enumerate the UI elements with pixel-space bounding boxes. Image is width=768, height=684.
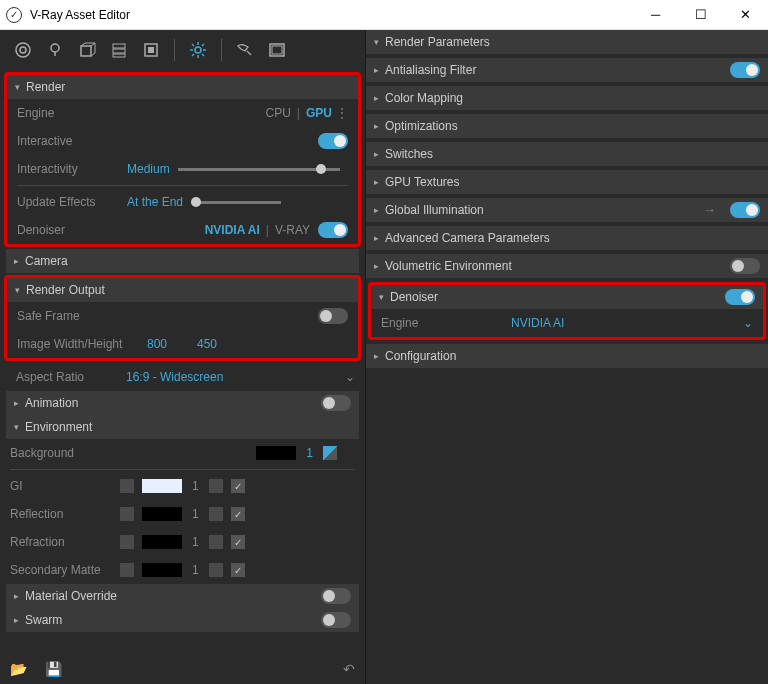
background-label: Background [10, 446, 120, 460]
interactivity-value[interactable]: Medium [127, 162, 170, 176]
open-file-icon[interactable]: 📂 [10, 661, 27, 677]
render-interactive-icon[interactable] [232, 37, 258, 63]
volumetric-toggle[interactable] [730, 258, 760, 274]
section-render[interactable]: Render [7, 75, 358, 99]
section-camera[interactable]: Camera [6, 249, 359, 273]
update-effects-slider[interactable] [191, 201, 281, 204]
settings-icon[interactable] [185, 37, 211, 63]
section-volumetric[interactable]: Volumetric Environment [366, 254, 768, 278]
background-swatch[interactable] [256, 446, 296, 460]
gi-enable[interactable] [120, 479, 134, 493]
section-animation[interactable]: Animation [6, 391, 359, 415]
section-render-output[interactable]: Render Output [7, 278, 358, 302]
section-denoiser-right[interactable]: Denoiser [371, 285, 763, 309]
background-num[interactable]: 1 [306, 446, 313, 460]
section-switches[interactable]: Switches [366, 142, 768, 166]
row-denoiser-engine: Engine NVIDIA AI ⌄ [371, 309, 763, 337]
section-swarm[interactable]: Swarm [6, 608, 359, 632]
section-adv-camera[interactable]: Advanced Camera Parameters [366, 226, 768, 250]
secondary-matte-swatch[interactable] [142, 563, 182, 577]
aspect-label: Aspect Ratio [16, 370, 126, 384]
swarm-toggle[interactable] [321, 612, 351, 628]
secondary-matte-enable[interactable] [120, 563, 134, 577]
render-elements-icon[interactable] [106, 37, 132, 63]
minimize-button[interactable]: ─ [633, 0, 678, 30]
denoiser-vray-option[interactable]: V-RAY [275, 223, 310, 237]
svg-line-23 [202, 44, 204, 46]
section-global-illumination[interactable]: Global Illumination → [366, 198, 768, 222]
configuration-label: Configuration [385, 349, 456, 363]
reflection-enable[interactable] [120, 507, 134, 521]
engine-cpu-option[interactable]: CPU [266, 106, 291, 120]
section-aa-filter[interactable]: Antialiasing Filter [366, 58, 768, 82]
interactivity-label: Interactivity [17, 162, 127, 176]
section-configuration[interactable]: Configuration [366, 344, 768, 368]
svg-point-2 [51, 44, 59, 52]
svg-rect-14 [148, 47, 154, 53]
color-mapping-label: Color Mapping [385, 91, 463, 105]
reflection-check[interactable]: ✓ [231, 507, 245, 521]
swarm-label: Swarm [25, 613, 62, 627]
section-material-override[interactable]: Material Override [6, 584, 359, 608]
image-height-value[interactable]: 450 [197, 337, 217, 351]
materials-icon[interactable] [10, 37, 36, 63]
render-frame-icon[interactable] [264, 37, 290, 63]
row-refraction: Refraction 1 ✓ [0, 528, 365, 556]
section-gpu-textures[interactable]: GPU Textures [366, 170, 768, 194]
section-color-mapping[interactable]: Color Mapping [366, 86, 768, 110]
undo-icon[interactable]: ↶ [343, 661, 355, 677]
engine-gpu-option[interactable]: GPU [306, 106, 332, 120]
row-secondary-matte: Secondary Matte 1 ✓ [0, 556, 365, 584]
reflection-map-icon[interactable] [209, 507, 223, 521]
background-map-icon[interactable] [323, 446, 337, 460]
maximize-button[interactable]: ☐ [678, 0, 723, 30]
geometry-icon[interactable] [74, 37, 100, 63]
aa-filter-toggle[interactable] [730, 62, 760, 78]
safe-frame-toggle[interactable] [318, 308, 348, 324]
app-icon [6, 7, 22, 23]
animation-toggle[interactable] [321, 395, 351, 411]
reflection-swatch[interactable] [142, 507, 182, 521]
reflection-num[interactable]: 1 [192, 507, 199, 521]
global-illum-toggle[interactable] [730, 202, 760, 218]
refraction-map-icon[interactable] [209, 535, 223, 549]
aspect-value[interactable]: 16:9 - Widescreen [126, 370, 223, 384]
update-effects-value[interactable]: At the End [127, 195, 183, 209]
section-render-output-label: Render Output [26, 283, 105, 297]
interactivity-slider[interactable] [178, 168, 340, 171]
secondary-matte-map-icon[interactable] [209, 563, 223, 577]
row-background: Background 1 [0, 439, 365, 467]
denoiser-toggle[interactable] [318, 222, 348, 238]
material-override-toggle[interactable] [321, 588, 351, 604]
lights-icon[interactable] [42, 37, 68, 63]
refraction-swatch[interactable] [142, 535, 182, 549]
right-panel: Render Parameters Antialiasing Filter Co… [365, 30, 768, 684]
denoiser-nvidia-option[interactable]: NVIDIA AI [205, 223, 260, 237]
arrow-right-icon: → [704, 203, 716, 217]
secondary-matte-check[interactable]: ✓ [231, 563, 245, 577]
section-optimizations[interactable]: Optimizations [366, 114, 768, 138]
dropdown-icon[interactable]: ⌄ [743, 316, 753, 330]
textures-icon[interactable] [138, 37, 164, 63]
image-width-value[interactable]: 800 [147, 337, 197, 351]
interactive-toggle[interactable] [318, 133, 348, 149]
gi-check[interactable]: ✓ [231, 479, 245, 493]
close-button[interactable]: ✕ [723, 0, 768, 30]
denoiser-right-toggle[interactable] [725, 289, 755, 305]
secondary-matte-num[interactable]: 1 [192, 563, 199, 577]
gi-num[interactable]: 1 [192, 479, 199, 493]
svg-line-20 [192, 44, 194, 46]
row-reflection: Reflection 1 ✓ [0, 500, 365, 528]
save-file-icon[interactable]: 💾 [45, 661, 62, 677]
gi-swatch[interactable] [142, 479, 182, 493]
section-render-params[interactable]: Render Parameters [366, 30, 768, 54]
gi-map-icon[interactable] [209, 479, 223, 493]
refraction-num[interactable]: 1 [192, 535, 199, 549]
chevron-down-icon[interactable]: ⌄ [345, 370, 355, 384]
section-camera-label: Camera [25, 254, 68, 268]
refraction-check[interactable]: ✓ [231, 535, 245, 549]
denoiser-engine-value[interactable]: NVIDIA AI [511, 316, 564, 330]
svg-rect-25 [272, 46, 282, 54]
section-environment[interactable]: Environment [6, 415, 359, 439]
refraction-enable[interactable] [120, 535, 134, 549]
